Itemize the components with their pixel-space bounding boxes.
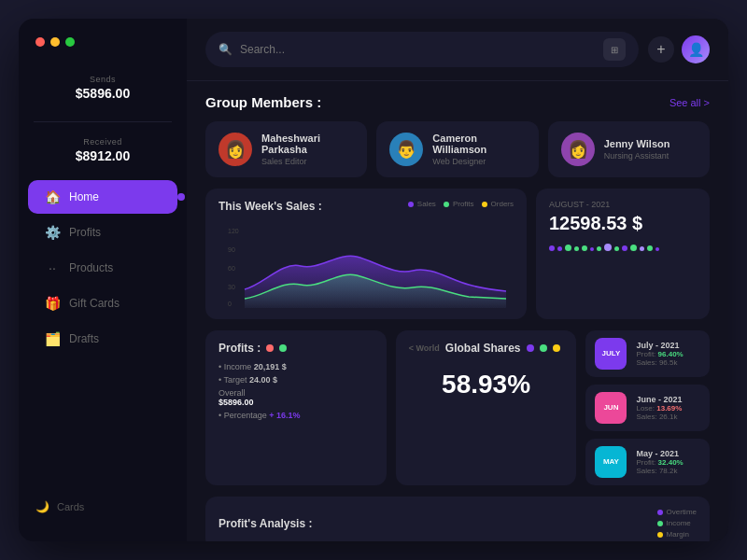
products-icon: ··: [45, 260, 60, 275]
content-area: Group Members : See all > 👩 Maheshwari P…: [187, 81, 728, 541]
svg-text:90: 90: [228, 246, 235, 253]
stats-card: AUGUST - 2021 12598.53 $: [536, 189, 710, 319]
search-input[interactable]: [240, 43, 596, 56]
svg-text:0: 0: [228, 301, 232, 307]
global-shares-title: < World Global Shares: [409, 342, 564, 355]
month-card-0: JULY July - 2021 Profit: 96.40% Sales: 9…: [585, 330, 710, 377]
stat-dot-2: [565, 245, 571, 251]
legend-dot: [444, 202, 449, 207]
month-detail-2: Profit: 32.40% Sales: 78.2k: [636, 458, 700, 475]
profit-overall: Overall$5896.00: [218, 388, 277, 407]
analysis-legend-income: Income: [657, 519, 697, 527]
see-all-link[interactable]: See all >: [669, 97, 710, 108]
stat-dot-1: [557, 246, 562, 251]
sidebar-cards-label: Cards: [57, 501, 84, 512]
stat-dot-12: [647, 245, 653, 251]
avatar[interactable]: 👤: [682, 35, 710, 63]
member-card-1: 👨 Cameron Williamson Web Designer: [376, 121, 538, 177]
month-info-0: July - 2021 Profit: 96.40% Sales: 96.5k: [636, 341, 700, 367]
stat-dot-9: [622, 245, 627, 251]
member-info-0: Maheshwari Parkasha Sales Editor: [261, 133, 354, 166]
sales-chart-card: This Week's Sales : Sales Profits Orders…: [205, 189, 527, 319]
monthly-cards: JULY July - 2021 Profit: 96.40% Sales: 9…: [585, 330, 710, 485]
legend-dot: [408, 202, 414, 207]
analysis-row: Profit's Analysis : Overtime Income Marg…: [205, 497, 710, 541]
sidebar-item-profits[interactable]: ⚙️ Profits: [28, 216, 177, 249]
month-card-2: MAY May - 2021 Profit: 32.40% Sales: 78.…: [585, 439, 710, 485]
minimize-dot[interactable]: [50, 37, 60, 47]
home-icon: 🏠: [45, 189, 60, 204]
middle-row: Profits : • Income 20,191 $ • Target 24.…: [205, 330, 710, 485]
month-year-1: June - 2021: [636, 395, 700, 404]
stats-value: 12598.53 $: [549, 213, 697, 234]
search-bar: 🔍 ⊞: [205, 32, 639, 67]
member-info-2: Jenny Wilson Nursing Assistant: [604, 138, 670, 161]
sidebar-item-gift-cards[interactable]: 🎁 Gift Cards: [28, 287, 177, 320]
member-card-2: 👩 Jenny Wilson Nursing Assistant: [548, 121, 710, 177]
legend-item-sales: Sales: [408, 200, 436, 208]
sidebar-item-label-home: Home: [69, 190, 99, 203]
analysis-legend: Overtime Income Margin: [657, 508, 697, 539]
charts-row: This Week's Sales : Sales Profits Orders…: [205, 189, 710, 319]
member-avatar-0: 👩: [218, 133, 252, 166]
stat-dot-10: [630, 245, 637, 251]
close-dot[interactable]: [35, 37, 45, 47]
svg-text:120: 120: [228, 228, 239, 234]
month-detail-0: Profit: 96.40% Sales: 96.5k: [636, 350, 700, 367]
profit-dot-red: [266, 344, 274, 352]
legend-label: Orders: [491, 200, 514, 208]
profits-card: Profits : • Income 20,191 $ • Target 24.…: [205, 330, 387, 485]
grid-icon[interactable]: ⊞: [603, 38, 626, 61]
stat-dot-6: [597, 246, 601, 251]
received-stat: Received $8912.00: [19, 128, 187, 173]
month-abbr-0: JULY: [602, 349, 621, 358]
legend-label: Profits: [453, 200, 474, 208]
member-role-1: Web Designer: [432, 157, 525, 166]
stat-dot-0: [549, 245, 555, 251]
sidebar-item-products[interactable]: ·· Products: [28, 251, 177, 285]
fullscreen-dot[interactable]: [65, 37, 75, 47]
month-badge-0: JULY: [595, 338, 627, 370]
svg-text:60: 60: [228, 265, 235, 272]
add-button[interactable]: +: [648, 36, 674, 63]
app-window: Sends $5896.00 Received $8912.00 🏠 Home⚙…: [19, 19, 728, 541]
sends-stat: Sends $5896.00: [19, 65, 187, 110]
stat-dot-7: [604, 244, 612, 251]
nav-items: 🏠 Home⚙️ Profits·· Products🎁 Gift Cards🗂…: [19, 178, 187, 357]
member-avatar-2: 👩: [561, 133, 595, 166]
analysis-title: Profit's Analysis :: [218, 517, 312, 530]
member-card-0: 👩 Maheshwari Parkasha Sales Editor: [205, 121, 367, 177]
member-role-2: Nursing Assistant: [604, 151, 670, 161]
sidebar-item-label-products: Products: [69, 261, 113, 274]
received-label: Received: [19, 137, 187, 147]
svg-text:30: 30: [228, 284, 235, 290]
stat-dot-4: [582, 245, 587, 251]
sidebar-bottom: 🌙 Cards: [19, 491, 187, 523]
month-detail-1: Lose: 13.69% Sales: 26.1k: [636, 404, 700, 421]
member-name-2: Jenny Wilson: [604, 138, 670, 149]
sidebar-item-drafts[interactable]: 🗂️ Drafts: [28, 322, 177, 356]
profit-item-pct: • Percentage + 16.1%: [218, 411, 374, 420]
profits-icon: ⚙️: [45, 225, 60, 240]
month-card-1: JUN June - 2021 Lose: 13.69% Sales: 26.1…: [585, 385, 710, 431]
member-name-0: Maheshwari Parkasha: [261, 133, 354, 155]
sidebar-item-label-gift-cards: Gift Cards: [69, 297, 120, 310]
main-content: 🔍 ⊞ + 👤 Group Members : See all > 👩 Mahe…: [187, 19, 728, 541]
stat-dot-13: [655, 247, 659, 251]
analysis-legend-margin: Margin: [657, 530, 697, 539]
legend-label: Sales: [417, 200, 436, 208]
legend-dot: [482, 202, 487, 207]
sales-chart-title: This Week's Sales :: [218, 200, 322, 213]
stats-date: AUGUST - 2021: [549, 200, 697, 209]
member-role-0: Sales Editor: [261, 157, 354, 166]
sidebar-item-home[interactable]: 🏠 Home: [28, 180, 177, 214]
profit-items: • Income 20,191 $ • Target 24.00 $ Overa…: [218, 362, 374, 420]
stat-dot-5: [590, 247, 594, 251]
received-value: $8912.00: [19, 148, 187, 163]
sidebar-item-label-profits: Profits: [69, 226, 101, 239]
group-members-header: Group Members : See all >: [205, 94, 710, 110]
month-badge-2: MAY: [595, 446, 627, 478]
theme-icon[interactable]: 🌙: [35, 500, 49, 513]
legend-item-orders: Orders: [482, 200, 514, 208]
sidebar-divider-1: [34, 121, 172, 122]
